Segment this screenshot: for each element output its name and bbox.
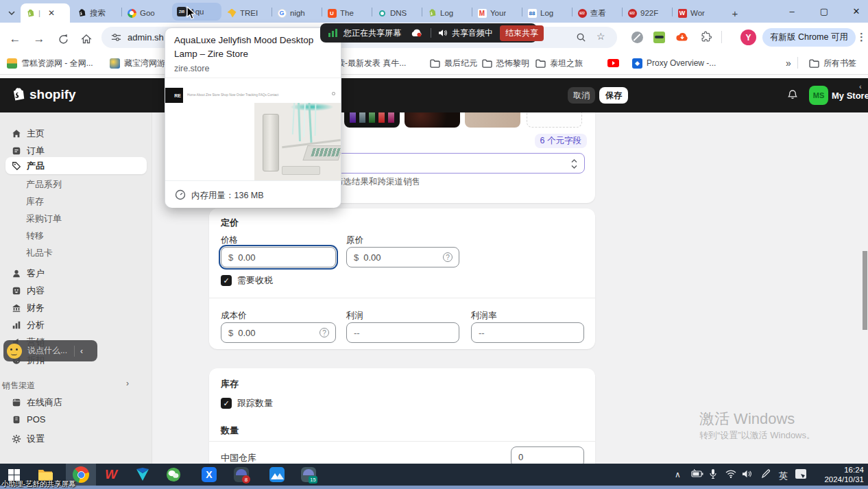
touch-keyboard-icon[interactable] [795, 469, 806, 481]
collapse-chevron-icon[interactable]: ‹ [859, 82, 862, 91]
profile-avatar[interactable]: Y [740, 29, 756, 45]
sidebar-item-online-store[interactable]: 在线商店 [5, 394, 147, 411]
sidebar-item-gift-cards[interactable]: 礼品卡 [5, 244, 147, 261]
clock[interactable]: 16:242024/10/31 [817, 465, 864, 484]
close-window-button[interactable]: ✕ [841, 0, 868, 23]
tab-8[interactable]: Log [422, 3, 472, 23]
sidebar-item-content[interactable]: 内容 [5, 282, 147, 299]
sales-channels-chevron[interactable]: › [126, 379, 129, 388]
profit-label: 利润 [346, 310, 363, 322]
sidebar-item-customers[interactable]: 客户 [5, 265, 147, 282]
tab-10[interactable]: 88Log [522, 3, 572, 23]
tab-11[interactable]: 922查看 [572, 3, 622, 23]
wifi-icon[interactable] [725, 470, 736, 480]
bookmark-folder[interactable]: 最后纪元 [430, 56, 477, 70]
cost-input[interactable]: $0.00? [221, 322, 336, 343]
sidebar-item-inventory[interactable]: 库存 [5, 193, 147, 210]
help-icon[interactable]: ? [443, 252, 453, 262]
quantity-input[interactable]: 0 [511, 446, 584, 464]
sidebar-item-finance[interactable]: 财务 [5, 299, 147, 316]
app-badge8-icon[interactable]: 8 [233, 466, 250, 483]
windows-activate-watermark-sub: 转到“设置”以激活 Windows。 [699, 429, 815, 442]
extension-fdm-icon[interactable] [676, 32, 688, 45]
home-icon[interactable] [77, 29, 96, 49]
minimize-button[interactable]: – [776, 0, 808, 23]
pen-icon[interactable] [761, 469, 771, 481]
sidebar-item-analytics[interactable]: 分析 [5, 316, 147, 333]
tab-12[interactable]: 922922F [623, 3, 672, 23]
new-tab-button[interactable]: + [726, 3, 744, 23]
track-quantity-checkbox[interactable]: ✓跟踪数量 [221, 397, 273, 409]
sidebar-item-collections[interactable]: 产品系列 [5, 176, 147, 193]
close-tab-icon[interactable]: ✕ [48, 8, 55, 18]
margin-input[interactable]: -- [471, 322, 584, 343]
microphone-icon[interactable] [709, 468, 717, 481]
reload-icon[interactable] [53, 29, 73, 49]
sidebar-item-home[interactable]: 主页 [5, 125, 147, 142]
sidebar-item-pos[interactable]: POS [5, 411, 147, 428]
preview-title: AquaLuxe Jellyfish Mood Desktop Lamp – Z… [174, 34, 333, 61]
tab-5[interactable]: Gnigh [272, 3, 322, 23]
bookmark-proxy[interactable]: ◆Proxy Overview -... [632, 56, 716, 70]
metafields-link[interactable]: 6 个元字段 [535, 134, 587, 148]
bookmark-folder[interactable]: 泰坦之旅 [535, 56, 583, 70]
wps-icon[interactable]: W [103, 466, 119, 483]
app-v-icon[interactable] [134, 466, 151, 483]
bookmark-item[interactable]: 雪糕资源网 - 全网... [7, 56, 93, 70]
extension-adguard-icon[interactable] [653, 32, 665, 43]
profit-input[interactable]: -- [346, 322, 459, 343]
tab-13[interactable]: WWor [673, 3, 722, 23]
sidebar-item-transfers[interactable]: 转移 [5, 227, 147, 244]
cancel-button[interactable]: 取消 [568, 87, 595, 104]
bookmark-item[interactable]: 藏宝湾网游 [110, 56, 165, 70]
back-icon[interactable]: ← [5, 29, 25, 49]
tab-4[interactable]: TREI [222, 3, 272, 23]
tab-hover-preview-card: AquaLuxe Jellyfish Mood Desktop Lamp – Z… [165, 27, 341, 208]
extensions-puzzle-icon[interactable] [701, 31, 712, 45]
menu-kebab-icon[interactable]: ⋮ [856, 31, 867, 43]
all-bookmarks-folder[interactable]: 所有书签 [809, 56, 856, 70]
wechat-icon[interactable] [165, 466, 182, 483]
app-mountain-icon[interactable] [269, 466, 285, 483]
tab-6[interactable]: UThe [322, 3, 372, 23]
bookmark-folder[interactable]: 恐怖黎明 [482, 56, 529, 70]
page-scrollbar[interactable] [863, 251, 867, 330]
tab-2[interactable]: Goo [122, 3, 171, 23]
app-badge15-icon[interactable]: 15 [300, 466, 317, 483]
tab-7[interactable]: DNS [372, 3, 422, 23]
store-avatar[interactable]: MS [809, 86, 828, 105]
volume-icon[interactable] [742, 469, 752, 481]
price-input[interactable]: $0.00 [221, 247, 336, 267]
bookmark-item[interactable]: 读-最新发表 真牛... [337, 56, 406, 70]
bookmark-star-icon[interactable]: ☆ [596, 31, 605, 42]
bookmark-youtube[interactable] [607, 56, 619, 70]
forward-icon[interactable]: → [29, 29, 49, 49]
bookmarks-overflow-chevron[interactable]: » [786, 56, 791, 70]
tab-active[interactable]: | ✕ [21, 3, 70, 23]
search-in-omnibox-icon[interactable] [576, 32, 586, 43]
tab-1[interactable]: 搜索 [72, 3, 121, 23]
ime-indicator[interactable]: 英 [779, 470, 788, 482]
sidebar-item-settings[interactable]: 设置 [5, 430, 147, 447]
sidebar-item-purchase-orders[interactable]: 采购订单 [5, 210, 147, 227]
shopify-logo[interactable]: shopify [10, 86, 76, 103]
maximize-button[interactable]: ▢ [808, 0, 840, 23]
compare-price-input[interactable]: $0.00? [346, 247, 459, 267]
stop-sharing-button[interactable]: 结束共享 [500, 25, 544, 41]
tab-search-button[interactable] [3, 3, 21, 23]
app-x-icon[interactable]: X [201, 466, 217, 483]
extension-similarweb-icon[interactable] [631, 32, 643, 43]
location-label: 中国仓库 [221, 452, 256, 464]
chrome-update-pill[interactable]: 有新版 Chrome 可用 [762, 28, 856, 47]
help-icon[interactable]: ? [320, 328, 329, 337]
comment-input-placeholder[interactable]: 说点什么... [27, 345, 67, 357]
tab-9[interactable]: MYour [472, 3, 522, 23]
tray-expand-chevron[interactable]: ∧ [675, 470, 681, 479]
save-button[interactable]: 保存 [599, 87, 628, 104]
notifications-bell-icon[interactable] [787, 89, 798, 104]
comment-overlay-widget[interactable]: 说点什么... ‹ [3, 340, 97, 361]
collapse-widget-chevron[interactable]: ‹ [80, 346, 83, 356]
charge-tax-checkbox[interactable]: ✓需要收税 [221, 274, 273, 287]
battery-icon[interactable] [691, 469, 703, 480]
sidebar-item-products[interactable]: 产品 [5, 157, 147, 174]
